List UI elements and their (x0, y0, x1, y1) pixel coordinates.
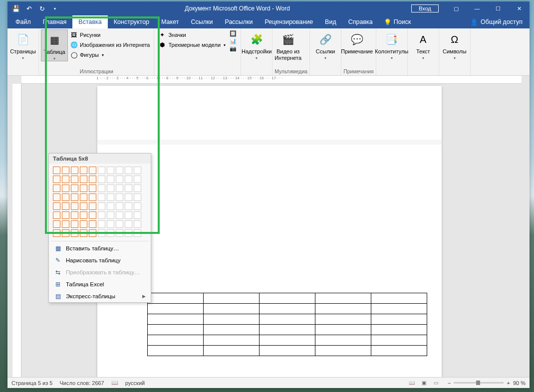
grid-cell[interactable] (62, 229, 69, 237)
grid-cell[interactable] (116, 185, 123, 192)
redo-icon[interactable]: ↻ (36, 3, 47, 14)
online-images-button[interactable]: 🌐Изображения из Интернета (68, 40, 152, 49)
grid-cell[interactable] (125, 202, 132, 210)
document-table[interactable] (147, 293, 427, 356)
grid-cell[interactable] (107, 194, 114, 201)
grid-cell[interactable] (125, 167, 132, 174)
zoom-level[interactable]: 90 % (513, 380, 526, 386)
tab-insert[interactable]: Вставка (72, 15, 107, 28)
grid-cell[interactable] (116, 220, 123, 228)
addins-button[interactable]: 🧩Надстройки▾ (243, 29, 270, 60)
online-video-button[interactable]: 🎬Видео из Интернета (274, 29, 301, 61)
grid-cell[interactable] (62, 220, 69, 228)
grid-cell[interactable] (71, 220, 78, 228)
grid-cell[interactable] (89, 194, 96, 201)
grid-cell[interactable] (53, 185, 60, 192)
grid-cell[interactable] (89, 220, 96, 228)
3d-models-button[interactable]: ⬢Трехмерные модели▾ (156, 40, 228, 49)
grid-cell[interactable] (80, 176, 87, 183)
screenshot-icon[interactable]: 📷 (230, 45, 237, 52)
spellcheck-icon[interactable]: 📖 (111, 380, 118, 386)
grid-cell[interactable] (125, 185, 132, 192)
grid-cell[interactable] (62, 185, 69, 192)
grid-cell[interactable] (71, 202, 78, 210)
grid-cell[interactable] (71, 176, 78, 183)
grid-cell[interactable] (98, 167, 105, 174)
grid-cell[interactable] (89, 185, 96, 192)
read-mode-icon[interactable]: 📖 (407, 379, 417, 387)
grid-cell[interactable] (125, 229, 132, 237)
grid-cell[interactable] (116, 211, 123, 219)
grid-cell[interactable] (62, 211, 69, 219)
tab-help[interactable]: Справка (342, 15, 379, 28)
grid-cell[interactable] (62, 176, 69, 183)
tab-review[interactable]: Рецензирование (259, 15, 319, 28)
headers-button[interactable]: 📑Колонтитулы▾ (378, 29, 405, 60)
grid-cell[interactable] (80, 194, 87, 201)
grid-cell[interactable] (134, 194, 141, 201)
grid-cell[interactable] (71, 211, 78, 219)
menu-insert-table[interactable]: ▦Вставить таблицу… (49, 242, 151, 254)
grid-cell[interactable] (107, 202, 114, 210)
grid-cell[interactable] (98, 211, 105, 219)
grid-cell[interactable] (116, 176, 123, 183)
print-layout-icon[interactable]: ▣ (419, 379, 429, 387)
grid-cell[interactable] (53, 202, 60, 210)
grid-cell[interactable] (116, 194, 123, 201)
pictures-button[interactable]: 🖼Рисунки (68, 30, 152, 39)
smartart-icon[interactable]: 🔲 (230, 30, 237, 37)
grid-cell[interactable] (107, 220, 114, 228)
grid-cell[interactable] (80, 229, 87, 237)
tab-layout[interactable]: Макет (155, 15, 185, 28)
grid-cell[interactable] (71, 194, 78, 201)
grid-cell[interactable] (53, 167, 60, 174)
grid-cell[interactable] (53, 194, 60, 201)
grid-cell[interactable] (80, 220, 87, 228)
grid-cell[interactable] (98, 176, 105, 183)
minimize-icon[interactable]: — (467, 1, 488, 15)
grid-cell[interactable] (53, 229, 60, 237)
comment-button[interactable]: 💬Примечание (343, 29, 370, 55)
tab-file[interactable]: Файл (9, 15, 37, 28)
grid-cell[interactable] (98, 229, 105, 237)
grid-cell[interactable] (107, 185, 114, 192)
grid-cell[interactable] (98, 220, 105, 228)
grid-cell[interactable] (89, 211, 96, 219)
ribbon-display-icon[interactable]: ▢ (446, 1, 467, 15)
text-button[interactable]: AТекст▾ (410, 29, 437, 60)
grid-cell[interactable] (89, 176, 96, 183)
chart-icon[interactable]: 📊 (230, 38, 237, 44)
table-button[interactable]: ▦Таблица▾ (41, 29, 68, 61)
grid-cell[interactable] (125, 176, 132, 183)
shapes-button[interactable]: ◯Фигуры▾ (68, 50, 152, 59)
tab-view[interactable]: Вид (319, 15, 342, 28)
grid-cell[interactable] (107, 211, 114, 219)
grid-cell[interactable] (134, 202, 141, 210)
tab-home[interactable]: Главная (37, 15, 73, 28)
grid-cell[interactable] (62, 194, 69, 201)
login-button[interactable]: Вход (411, 4, 439, 12)
grid-cell[interactable] (125, 211, 132, 219)
grid-cell[interactable] (125, 220, 132, 228)
links-button[interactable]: 🔗Ссылки▾ (312, 29, 339, 60)
grid-cell[interactable] (134, 220, 141, 228)
zoom-in-button[interactable]: + (507, 380, 510, 386)
grid-cell[interactable] (125, 194, 132, 201)
grid-cell[interactable] (116, 229, 123, 237)
grid-cell[interactable] (98, 202, 105, 210)
tell-me-search[interactable]: 💡Поиск (379, 15, 416, 28)
grid-cell[interactable] (89, 167, 96, 174)
menu-express-tables[interactable]: ▤Экспресс-таблицы▶ (49, 290, 151, 302)
grid-cell[interactable] (107, 176, 114, 183)
grid-cell[interactable] (107, 229, 114, 237)
grid-cell[interactable] (71, 229, 78, 237)
pages-button[interactable]: 📄Страницы▾ (9, 29, 36, 60)
icons-button[interactable]: ✦Значки (156, 30, 228, 39)
tab-references[interactable]: Ссылки (185, 15, 219, 28)
grid-cell[interactable] (134, 167, 141, 174)
grid-cell[interactable] (98, 194, 105, 201)
tab-mailings[interactable]: Рассылки (219, 15, 259, 28)
grid-cell[interactable] (107, 167, 114, 174)
horizontal-ruler[interactable]: 1 · · · 2 · · · 3 · · · 4 · · · 5 · · · … (21, 76, 522, 84)
table-size-grid[interactable] (49, 164, 151, 240)
